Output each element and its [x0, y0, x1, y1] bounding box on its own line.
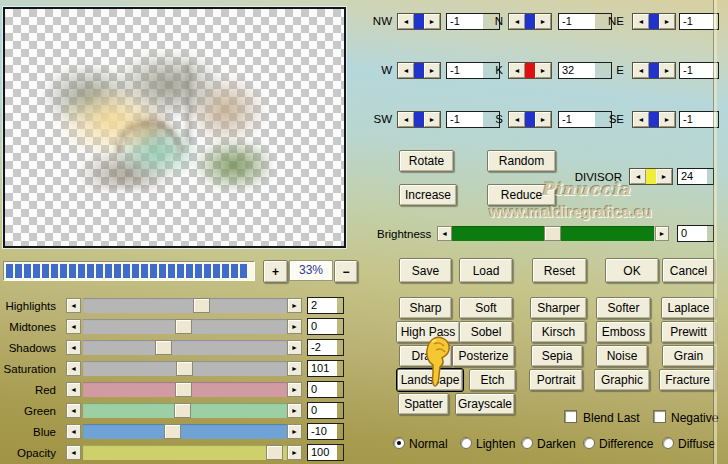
spin-left-icon[interactable]: ◄ — [633, 112, 649, 127]
lighten-radio[interactable] — [460, 437, 472, 449]
right-arrow-icon[interactable]: ► — [287, 382, 302, 397]
preset-soft-button[interactable]: Soft — [459, 297, 513, 319]
preset-sharper-button[interactable]: Sharper — [530, 297, 587, 319]
preset-grain-button[interactable]: Grain — [662, 345, 715, 367]
left-arrow-icon[interactable]: ◄ — [437, 226, 452, 241]
save-button[interactable]: Save — [399, 258, 452, 283]
preset-sepia-button[interactable]: Sepia — [531, 345, 583, 367]
left-arrow-icon[interactable]: ◄ — [66, 445, 81, 460]
blue-slider[interactable] — [83, 424, 287, 439]
spin-right-icon[interactable]: ► — [535, 63, 551, 78]
spin-left-icon[interactable]: ◄ — [398, 112, 414, 127]
kernel-k-spinner[interactable]: ◄► — [508, 62, 552, 79]
opacity-slider[interactable] — [83, 445, 287, 460]
shadows-slider[interactable] — [83, 340, 287, 355]
green-slider[interactable] — [83, 403, 287, 418]
left-arrow-icon[interactable]: ◄ — [66, 382, 81, 397]
difference-label[interactable]: Difference — [599, 437, 653, 451]
right-arrow-icon[interactable]: ► — [287, 298, 302, 313]
zoom-out-button[interactable]: − — [334, 260, 358, 283]
divisor-spinner[interactable]: ◄► — [629, 168, 673, 185]
slider-thumb[interactable] — [176, 361, 193, 376]
preset-draw-button[interactable]: Draw — [399, 345, 452, 367]
divisor-value[interactable]: 24 — [677, 168, 714, 185]
red-value[interactable]: 0 — [307, 381, 344, 398]
preset-emboss-button[interactable]: Emboss — [596, 321, 651, 343]
spin-left-icon[interactable]: ◄ — [509, 63, 525, 78]
slider-thumb[interactable] — [266, 445, 283, 460]
kernel-e-spinner[interactable]: ◄► — [632, 62, 676, 79]
right-arrow-icon[interactable]: ► — [287, 361, 302, 376]
spin-right-icon[interactable]: ► — [424, 112, 440, 127]
preset-sobel-button[interactable]: Sobel — [459, 321, 513, 343]
darken-label[interactable]: Darken — [537, 437, 576, 451]
preset-highpass-button[interactable]: High Pass — [396, 321, 460, 343]
right-arrow-icon[interactable]: ► — [287, 445, 302, 460]
spin-right-icon[interactable]: ► — [659, 112, 675, 127]
left-arrow-icon[interactable]: ◄ — [66, 298, 81, 313]
spin-left-icon[interactable]: ◄ — [398, 63, 414, 78]
spin-left-icon[interactable]: ◄ — [398, 14, 414, 29]
spin-right-icon[interactable]: ► — [535, 112, 551, 127]
spin-left-icon[interactable]: ◄ — [633, 14, 649, 29]
opacity-value[interactable]: 100 — [307, 444, 344, 461]
preset-prewitt-button[interactable]: Prewitt — [661, 321, 716, 343]
kernel-se-spinner[interactable]: ◄► — [632, 111, 676, 128]
diffuse-radio[interactable] — [662, 437, 674, 449]
saturation-value[interactable]: 101 — [307, 360, 344, 377]
preset-softer-button[interactable]: Softer — [596, 297, 651, 319]
spin-left-icon[interactable]: ◄ — [630, 169, 646, 184]
slider-thumb[interactable] — [164, 424, 181, 439]
load-button[interactable]: Load — [459, 258, 513, 283]
spin-left-icon[interactable]: ◄ — [509, 14, 525, 29]
midtones-slider[interactable] — [83, 319, 287, 334]
slider-thumb[interactable] — [174, 403, 191, 418]
diffuse-label[interactable]: Diffuse — [678, 437, 715, 451]
normal-label[interactable]: Normal — [409, 437, 448, 451]
saturation-slider[interactable] — [83, 361, 287, 376]
midtones-value[interactable]: 0 — [307, 318, 344, 335]
zoom-in-button[interactable]: + — [263, 260, 288, 283]
preset-etch-button[interactable]: Etch — [469, 369, 516, 391]
darken-radio[interactable] — [521, 437, 533, 449]
spin-right-icon[interactable]: ► — [424, 14, 440, 29]
blend-last-label[interactable]: Blend Last — [583, 411, 640, 425]
normal-radio[interactable] — [393, 437, 405, 449]
kernel-nw-spinner[interactable]: ◄► — [397, 13, 441, 30]
preset-spatter-button[interactable]: Spatter — [398, 393, 449, 415]
right-arrow-icon[interactable]: ► — [287, 424, 302, 439]
highlights-value[interactable]: 2 — [307, 297, 344, 314]
right-arrow-icon[interactable]: ► — [287, 403, 302, 418]
blend-last-checkbox[interactable] — [564, 410, 577, 423]
negative-checkbox[interactable] — [653, 410, 666, 423]
reset-button[interactable]: Reset — [532, 258, 587, 283]
left-arrow-icon[interactable]: ◄ — [66, 319, 81, 334]
lighten-label[interactable]: Lighten — [476, 437, 515, 451]
slider-thumb[interactable] — [155, 340, 172, 355]
preset-landscape-button[interactable]: Landscape — [397, 369, 463, 391]
kernel-n-spinner[interactable]: ◄► — [508, 13, 552, 30]
brightness-slider[interactable] — [452, 226, 654, 241]
left-arrow-icon[interactable]: ◄ — [66, 403, 81, 418]
brightness-value[interactable]: 0 — [677, 225, 714, 242]
negative-label[interactable]: Negative — [671, 411, 718, 425]
spin-right-icon[interactable]: ► — [535, 14, 551, 29]
blue-value[interactable]: -10 — [307, 423, 344, 440]
left-arrow-icon[interactable]: ◄ — [66, 340, 81, 355]
slider-thumb[interactable] — [175, 319, 192, 334]
spin-right-icon[interactable]: ► — [656, 169, 672, 184]
slider-thumb[interactable] — [544, 226, 561, 241]
rotate-button[interactable]: Rotate — [399, 150, 454, 172]
random-button[interactable]: Random — [487, 150, 556, 172]
shadows-value[interactable]: -2 — [307, 339, 344, 356]
red-slider[interactable] — [83, 382, 287, 397]
right-arrow-icon[interactable]: ► — [655, 226, 669, 241]
spin-right-icon[interactable]: ► — [659, 14, 675, 29]
kernel-s-spinner[interactable]: ◄► — [508, 111, 552, 128]
preset-laplace-button[interactable]: Laplace — [661, 297, 716, 319]
kernel-sw-spinner[interactable]: ◄► — [397, 111, 441, 128]
preset-posterize-button[interactable]: Posterize — [452, 345, 515, 367]
preset-kirsch-button[interactable]: Kirsch — [531, 321, 586, 343]
kernel-w-spinner[interactable]: ◄► — [397, 62, 441, 79]
kernel-ne-spinner[interactable]: ◄► — [632, 13, 676, 30]
